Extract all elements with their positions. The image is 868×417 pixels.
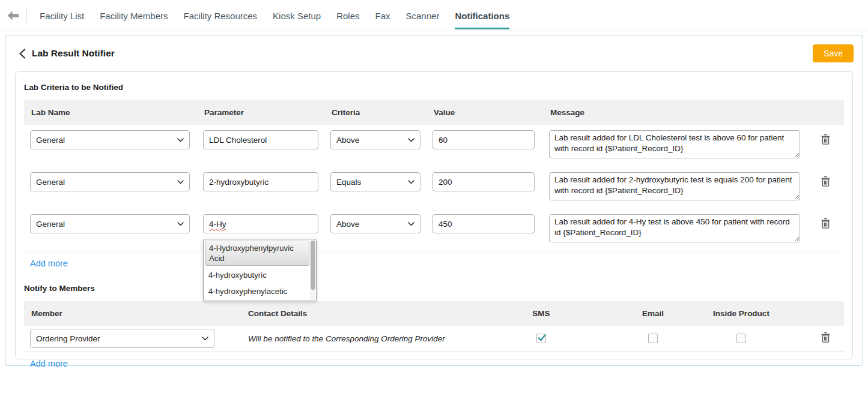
tab-facility-list[interactable]: Facility List (32, 0, 92, 31)
check-icon (537, 333, 547, 343)
lab-criteria-section-title: Lab Criteria to be Notified (24, 83, 844, 92)
chevron-left-icon[interactable] (19, 49, 26, 59)
autocomplete-option[interactable]: 4-Hydroxyphenylpyruvic Acid (205, 241, 309, 266)
notifier-card: Lab Criteria to be Notified Lab Name Par… (15, 71, 853, 359)
autocomplete-option[interactable]: 4-hydroxybutyric (204, 267, 311, 283)
lab-name-select[interactable]: General (30, 214, 190, 233)
inside-product-checkbox[interactable] (736, 334, 746, 343)
tab-roles[interactable]: Roles (329, 0, 367, 31)
criteria-row: General 4-Hy 4-Hydroxyphenylpyruvic Acid… (24, 209, 844, 251)
lab-name-select[interactable]: General (30, 130, 190, 149)
col-email: Email (601, 309, 705, 318)
value-input[interactable] (432, 214, 535, 233)
panel-header: Lab Result Notifier Save (5, 35, 863, 71)
email-checkbox[interactable] (648, 334, 658, 343)
value-input[interactable] (432, 172, 535, 191)
tab-kiosk-setup[interactable]: Kiosk Setup (265, 0, 329, 31)
col-lab-name: Lab Name (24, 108, 197, 117)
criteria-row: General Equals (24, 167, 844, 209)
value-input[interactable] (432, 130, 535, 149)
chevron-down-icon (177, 222, 184, 226)
criteria-select[interactable]: Above (330, 214, 420, 233)
misspelled-text: 4-Hy (209, 220, 226, 229)
autocomplete-option[interactable]: 4-hydroxyphenylacetic (204, 283, 311, 299)
parameter-input[interactable] (203, 130, 318, 149)
page-title: Lab Result Notifier (32, 48, 115, 59)
col-member: Member (24, 309, 225, 318)
notify-members-section-title: Notify to Members (24, 284, 844, 293)
tab-facility-resources[interactable]: Facility Resources (176, 0, 266, 31)
col-parameter: Parameter (197, 108, 324, 117)
criteria-select[interactable]: Above (330, 130, 420, 149)
member-row: Ordering Provider Will be notified to th… (24, 326, 844, 352)
chevron-down-icon (408, 138, 414, 142)
criteria-row: General Above (24, 125, 844, 167)
nav-divider (26, 8, 27, 23)
tab-facility-members[interactable]: Facility Members (92, 0, 175, 31)
chevron-down-icon (408, 180, 414, 184)
col-sms: SMS (482, 309, 601, 318)
delete-row-icon[interactable] (821, 176, 831, 187)
col-inside-product: Inside Product (705, 309, 777, 318)
tab-fax[interactable]: Fax (368, 0, 398, 31)
col-contact-details: Contact Details (225, 309, 482, 318)
notify-members-table: Member Contact Details SMS Email Inside … (24, 301, 844, 352)
chevron-down-icon (202, 337, 208, 341)
parameter-input[interactable] (203, 172, 318, 191)
tab-notifications[interactable]: Notifications (447, 0, 517, 31)
chevron-down-icon (177, 138, 184, 142)
members-header-row: Member Contact Details SMS Email Inside … (24, 301, 844, 326)
add-more-members-link[interactable]: Add more (30, 359, 68, 368)
save-button[interactable]: Save (813, 44, 854, 62)
chevron-down-icon (177, 180, 184, 184)
message-textarea[interactable] (549, 214, 800, 242)
autocomplete-option[interactable]: 4-hydroxyphenyllactic (204, 300, 311, 301)
sms-checkbox[interactable] (536, 334, 546, 343)
browser-back-icon[interactable] (0, 0, 26, 31)
lab-criteria-header-row: Lab Name Parameter Criteria Value Messag… (24, 100, 844, 125)
tab-scanner[interactable]: Scanner (398, 0, 448, 31)
chevron-down-icon (408, 222, 414, 226)
message-textarea[interactable] (549, 172, 800, 200)
scrollbar-thumb[interactable] (311, 241, 315, 290)
parameter-autocomplete-dropdown: 4-Hydroxyphenylpyruvic Acid 4-hydroxybut… (203, 239, 317, 301)
lab-criteria-table: Lab Name Parameter Criteria Value Messag… (24, 100, 844, 251)
top-nav-bar: Facility List Facility Members Facility … (0, 0, 868, 31)
lab-result-notifier-panel: Lab Result Notifier Save Lab Criteria to… (5, 35, 863, 366)
parameter-input[interactable]: 4-Hy (203, 214, 318, 233)
col-value: Value (426, 108, 543, 117)
col-message: Message (543, 108, 806, 117)
contact-details-note: Will be notified to the Corresponding Or… (248, 334, 445, 343)
add-more-criteria-link[interactable]: Add more (30, 259, 68, 268)
col-criteria: Criteria (324, 108, 426, 117)
delete-row-icon[interactable] (821, 134, 831, 145)
member-select[interactable]: Ordering Provider (30, 329, 214, 348)
nav-tabs: Facility List Facility Members Facility … (32, 0, 517, 31)
dropdown-scrollbar[interactable] (310, 240, 315, 300)
delete-member-icon[interactable] (821, 332, 831, 343)
lab-name-select[interactable]: General (30, 172, 190, 191)
message-textarea[interactable] (549, 130, 800, 158)
delete-row-icon[interactable] (821, 218, 831, 229)
criteria-select[interactable]: Equals (330, 172, 420, 191)
